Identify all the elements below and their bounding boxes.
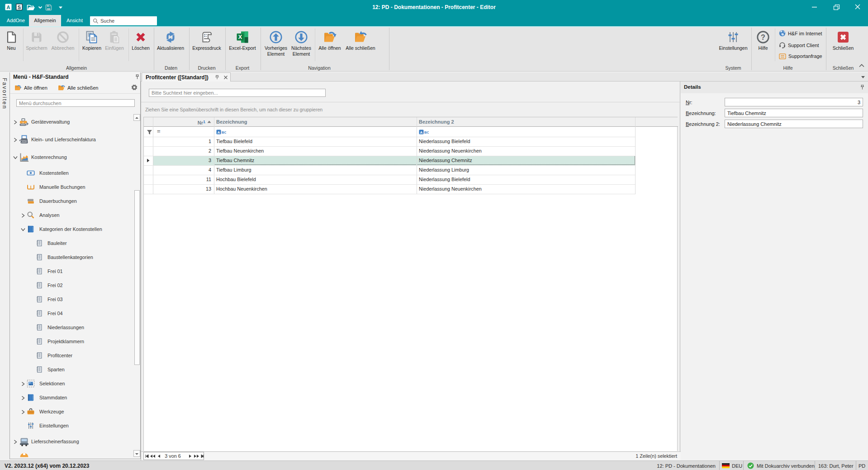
svg-text:BC: BC (424, 130, 429, 134)
svg-text:BC: BC (222, 130, 226, 134)
svg-text:X: X (238, 34, 242, 40)
svg-text:A: A (420, 130, 423, 134)
svg-text:?: ? (761, 34, 765, 41)
svg-text:A: A (218, 130, 220, 134)
